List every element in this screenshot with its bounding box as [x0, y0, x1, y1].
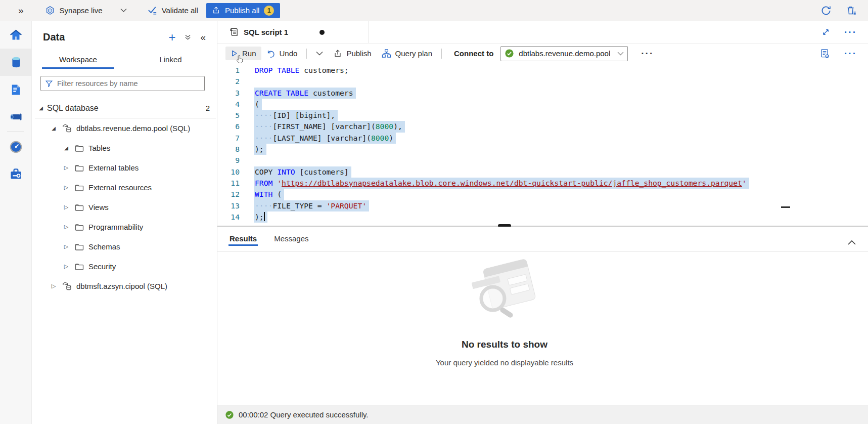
tree-item-external-resources[interactable]: ▷External resources	[32, 178, 217, 197]
validate-check-icon	[147, 5, 158, 16]
run-options-chevron[interactable]	[311, 49, 328, 58]
expand-arrow-icon[interactable]: ▷	[62, 224, 70, 230]
no-results-empty-state: No results to show Your query yielded no…	[436, 257, 573, 367]
tab-messages[interactable]: Messages	[274, 234, 308, 250]
collapse-chevron-icon[interactable]	[847, 239, 857, 246]
rail-item-monitor[interactable]	[0, 133, 32, 160]
database-icon	[62, 123, 72, 134]
tree-item-label: Programmability	[88, 223, 143, 231]
expand-arrow-icon[interactable]: ▷	[62, 263, 70, 270]
refresh-icon[interactable]	[819, 4, 833, 17]
code-line[interactable]: 13····FILE_TYPE = 'PARQUET'	[217, 200, 868, 211]
collapse-pane-icon[interactable]: «	[200, 32, 206, 43]
develop-icon	[10, 83, 22, 96]
code-line[interactable]: 9	[217, 155, 868, 166]
tree-item-dbtmsft-azsyn-cipool-sql[interactable]: ▷dbtmsft.azsyn.cipool (SQL)	[32, 276, 217, 296]
rail-item-integrate[interactable]	[0, 103, 32, 131]
tree-item-sql-database[interactable]: ◢SQL database2	[32, 98, 217, 118]
code-line[interactable]: 7····[LAST_NAME] [varchar](8000)	[217, 133, 868, 144]
code-line[interactable]: 8);	[217, 144, 868, 155]
tree-item-count: 2	[206, 104, 210, 112]
properties-icon[interactable]	[818, 47, 831, 60]
connected-check-icon	[505, 49, 514, 58]
top-bar-right	[819, 4, 858, 17]
tree-item-views[interactable]: ▷Views	[32, 197, 217, 217]
code-line[interactable]: 5····[ID] [bigint],	[217, 110, 868, 121]
manage-icon	[9, 167, 23, 181]
expand-arrow-icon[interactable]: ▷	[50, 283, 58, 289]
tree-item-dbtlabs-revenue-demo-pool-sql[interactable]: ◢dbtlabs.revenue.demo.pool (SQL)	[32, 118, 217, 138]
tab-workspace[interactable]: Workspace	[32, 51, 124, 69]
editor-scrollbar-mark[interactable]	[781, 206, 790, 208]
code-line[interactable]: 4(	[217, 99, 868, 110]
expand-panel-icon[interactable]: »	[18, 5, 24, 16]
code-line[interactable]: 11FROM 'https://dbtlabsynapsedatalake.bl…	[217, 178, 868, 189]
more-icon[interactable]: ···	[844, 51, 857, 56]
validate-all-button[interactable]: Validate all	[147, 5, 198, 16]
line-content: DROP TABLE customers;	[255, 65, 349, 76]
resource-tree: ◢SQL database2◢dbtlabs.revenue.demo.pool…	[32, 98, 217, 296]
line-content: (	[254, 99, 262, 110]
toolbar-separator	[306, 49, 307, 59]
tree-item-tables[interactable]: ◢Tables	[32, 138, 217, 158]
collapse-arrow-icon[interactable]: ◢	[50, 125, 58, 131]
run-button[interactable]: Run	[225, 47, 261, 60]
more-icon[interactable]: ···	[844, 30, 857, 35]
expand-arrow-icon[interactable]: ▷	[62, 184, 70, 191]
tree-item-external-tables[interactable]: ▷External tables	[32, 158, 217, 178]
code-line[interactable]: 6····[FIRST_NAME] [varchar](8000),	[217, 121, 868, 132]
code-line[interactable]: 12WITH (	[217, 189, 868, 200]
connect-to-label: Connect to	[454, 49, 493, 58]
line-content: ····[FIRST_NAME] [varchar](8000),	[254, 121, 405, 132]
undo-button[interactable]: Undo	[261, 47, 303, 61]
code-line[interactable]: 10COPY INTO [customers]	[217, 166, 868, 178]
sql-code-editor[interactable]: 1DROP TABLE customers;23CREATE TABLE cus…	[217, 63, 868, 226]
success-check-icon	[225, 410, 234, 419]
status-message: 00:00:02 Query executed successfully.	[239, 410, 369, 419]
run-icon	[231, 50, 238, 57]
line-number: 4	[217, 99, 240, 110]
expand-arrow-icon[interactable]: ▷	[62, 243, 70, 250]
collapse-arrow-icon[interactable]: ◢	[62, 145, 70, 151]
database-icon	[62, 281, 72, 291]
line-number: 8	[217, 144, 240, 155]
left-rail	[0, 21, 32, 424]
rail-item-home[interactable]	[0, 21, 32, 49]
pool-dropdown[interactable]: dbtlabs.revenue.demo.pool	[500, 46, 628, 61]
upload-icon	[212, 6, 220, 15]
tree-item-programmability[interactable]: ▷Programmability	[32, 217, 217, 237]
rail-item-develop[interactable]	[0, 76, 32, 103]
more-icon[interactable]: ···	[641, 51, 654, 56]
rail-item-manage[interactable]	[0, 160, 32, 188]
mode-selector[interactable]: Synapse live	[45, 6, 127, 16]
tab-results[interactable]: Results	[230, 234, 257, 250]
filter-input[interactable]	[57, 79, 200, 88]
expand-editor-icon[interactable]	[820, 27, 831, 37]
code-line[interactable]: 1DROP TABLE customers;	[217, 65, 868, 76]
tree-item-schemas[interactable]: ▷Schemas	[32, 237, 217, 257]
data-icon	[10, 56, 23, 69]
publish-button[interactable]: Publish	[328, 47, 376, 61]
code-line[interactable]: 14);	[217, 211, 868, 223]
document-tab-bar: SQL script 1 ···	[217, 21, 868, 44]
line-number: 5	[217, 110, 240, 121]
tab-linked[interactable]: Linked	[124, 51, 217, 69]
expand-arrow-icon[interactable]: ▷	[62, 164, 70, 171]
tree-item-label: Tables	[88, 144, 110, 152]
tab-sql-script-1[interactable]: SQL script 1	[221, 21, 369, 43]
expand-arrow-icon[interactable]: ▷	[62, 204, 70, 210]
double-chevron-down-icon[interactable]	[184, 33, 192, 41]
code-line[interactable]: 3CREATE TABLE customers	[217, 88, 868, 99]
status-bar: 00:00:02 Query executed successfully.	[217, 405, 868, 424]
query-plan-button[interactable]: Query plan	[377, 46, 437, 61]
toolbar-separator	[441, 49, 442, 59]
add-icon[interactable]: +	[168, 33, 175, 42]
tree-item-security[interactable]: ▷Security	[32, 257, 217, 276]
code-line[interactable]: 2	[217, 76, 868, 87]
publish-label: Publish	[346, 49, 371, 58]
collapse-arrow-icon[interactable]: ◢	[37, 105, 45, 111]
discard-trash-icon[interactable]	[845, 4, 858, 17]
publish-all-button[interactable]: Publish all 1	[206, 3, 280, 18]
rail-item-data[interactable]	[0, 49, 32, 76]
tree-item-label: Security	[88, 262, 116, 271]
